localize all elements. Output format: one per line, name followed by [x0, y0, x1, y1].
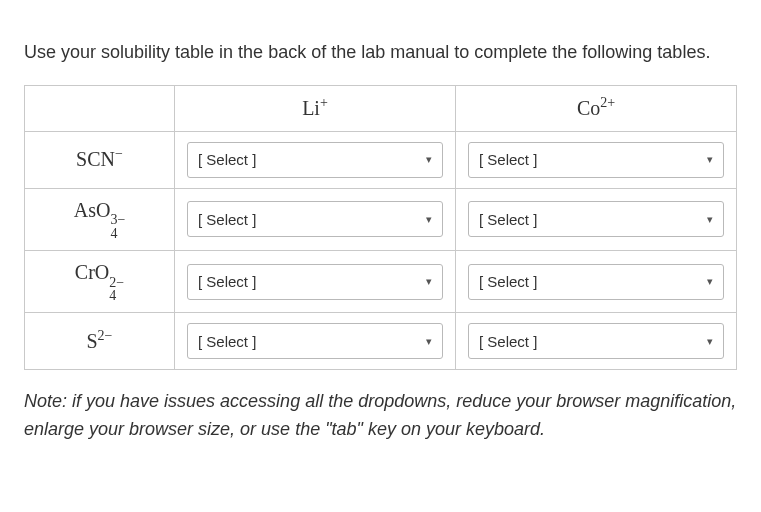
solubility-table: Li+ Co2+ SCN− [ Select ] ▾ [ Select ] ▾ — [24, 85, 737, 371]
instructions-text: Use your solubility table in the back of… — [24, 38, 737, 67]
row-label-aso4: AsO3−4 — [25, 188, 175, 250]
table-row: CrO2−4 [ Select ] ▾ [ Select ] ▾ — [25, 251, 737, 313]
select-value: [ Select ] — [198, 211, 256, 228]
select-value: [ Select ] — [479, 211, 537, 228]
chevron-down-icon: ▾ — [426, 335, 432, 348]
select-s-li[interactable]: [ Select ] ▾ — [187, 323, 443, 359]
chevron-down-icon: ▾ — [707, 275, 713, 288]
chevron-down-icon: ▾ — [707, 335, 713, 348]
note-text: Note: if you have issues accessing all t… — [24, 388, 737, 444]
select-value: [ Select ] — [479, 151, 537, 168]
select-scn-li[interactable]: [ Select ] ▾ — [187, 142, 443, 178]
select-aso4-co[interactable]: [ Select ] ▾ — [468, 201, 724, 237]
table-row: AsO3−4 [ Select ] ▾ [ Select ] ▾ — [25, 188, 737, 250]
select-scn-co[interactable]: [ Select ] ▾ — [468, 142, 724, 178]
select-cro4-co[interactable]: [ Select ] ▾ — [468, 264, 724, 300]
select-value: [ Select ] — [479, 333, 537, 350]
chevron-down-icon: ▾ — [426, 153, 432, 166]
row-label-s: S2− — [25, 313, 175, 370]
select-value: [ Select ] — [198, 273, 256, 290]
select-value: [ Select ] — [198, 151, 256, 168]
select-s-co[interactable]: [ Select ] ▾ — [468, 323, 724, 359]
column-header-co: Co2+ — [456, 85, 737, 131]
select-value: [ Select ] — [479, 273, 537, 290]
table-row: SCN− [ Select ] ▾ [ Select ] ▾ — [25, 131, 737, 188]
chevron-down-icon: ▾ — [426, 275, 432, 288]
column-header-blank — [25, 85, 175, 131]
select-aso4-li[interactable]: [ Select ] ▾ — [187, 201, 443, 237]
select-cro4-li[interactable]: [ Select ] ▾ — [187, 264, 443, 300]
table-row: S2− [ Select ] ▾ [ Select ] ▾ — [25, 313, 737, 370]
chevron-down-icon: ▾ — [426, 213, 432, 226]
chevron-down-icon: ▾ — [707, 213, 713, 226]
chevron-down-icon: ▾ — [707, 153, 713, 166]
column-header-li: Li+ — [175, 85, 456, 131]
row-label-scn: SCN− — [25, 131, 175, 188]
select-value: [ Select ] — [198, 333, 256, 350]
row-label-cro4: CrO2−4 — [25, 251, 175, 313]
